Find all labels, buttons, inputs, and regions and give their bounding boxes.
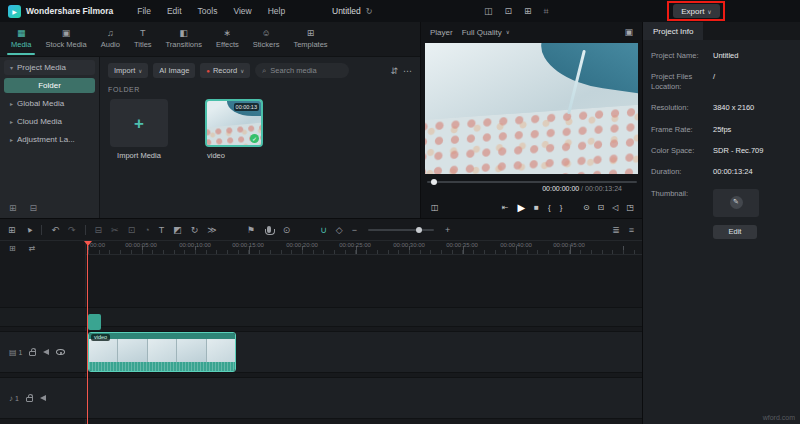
video-track-header: ▤ 1: [0, 332, 85, 372]
sidebar-item-folder[interactable]: Folder: [4, 78, 95, 93]
lock-track-icon[interactable]: [29, 351, 36, 356]
titles-icon: T: [140, 29, 146, 38]
track-options-icon[interactable]: ≣: [612, 225, 620, 235]
clip-head-tab[interactable]: [88, 314, 101, 330]
check-icon: ✓: [250, 134, 259, 143]
video-thumbnail[interactable]: 00:00:13 ✓: [205, 99, 263, 147]
menu-file[interactable]: File: [137, 6, 151, 16]
menu-view[interactable]: View: [233, 6, 251, 16]
manage-tracks-icon[interactable]: ⊞: [9, 244, 16, 253]
video-track-label: ▤ 1: [9, 348, 22, 357]
tab-effects[interactable]: ∗ Effects: [209, 22, 246, 56]
marker-icon[interactable]: ⚑: [247, 225, 255, 235]
sidebar-item-global-media[interactable]: ▸ Global Media: [4, 96, 95, 111]
import-tile-label: Import Media: [110, 151, 168, 160]
mute-track-icon[interactable]: [40, 395, 46, 401]
compare-icon[interactable]: ◫: [431, 203, 439, 212]
tab-audio[interactable]: ♫ Audio: [94, 22, 127, 56]
keyframe-icon[interactable]: ◇: [336, 225, 343, 235]
more-tools-icon[interactable]: ≫: [207, 225, 216, 235]
layout-icon[interactable]: ◫: [484, 6, 493, 16]
previous-frame-icon[interactable]: ⇤: [502, 203, 509, 212]
keyboard-icon[interactable]: ⌗: [544, 6, 549, 17]
transform-icon[interactable]: ↻: [191, 225, 199, 235]
zoom-slider-handle[interactable]: [416, 227, 422, 233]
lock-track-icon[interactable]: [26, 397, 33, 402]
mute-track-icon[interactable]: [43, 349, 49, 355]
timeline-toolbar: ⊞ ▲ ↶ ↷ ⊟ ✂ ⊡ ◔ T ◩ ↻ ≫ ⚑ ⊙ ∪ ◇ − +: [0, 219, 642, 241]
import-button[interactable]: Import ∨: [108, 63, 148, 78]
timeline-settings-icon[interactable]: ≡: [629, 225, 634, 235]
divider: [85, 225, 86, 235]
hide-track-icon[interactable]: [56, 349, 65, 355]
timeline-zoom-slider[interactable]: [368, 229, 434, 231]
stock-media-icon: ▣: [62, 29, 71, 38]
sidebar-item-cloud-media[interactable]: ▸ Cloud Media: [4, 114, 95, 129]
tab-templates[interactable]: ⊞ Templates: [286, 22, 334, 56]
volume-icon[interactable]: ◁: [612, 203, 618, 212]
zoom-out-icon[interactable]: −: [352, 225, 357, 235]
split-icon[interactable]: ✂: [111, 225, 119, 235]
more-options-icon[interactable]: ⋯: [403, 66, 412, 76]
menu-tools[interactable]: Tools: [198, 6, 218, 16]
tab-media[interactable]: ▦ Media: [4, 22, 38, 56]
link-tracks-icon[interactable]: ⇄: [29, 244, 36, 253]
zoom-in-icon[interactable]: +: [445, 225, 450, 235]
playhead[interactable]: [87, 241, 88, 424]
sidebar-item-adjustment-layer[interactable]: ▸ Adjustment La...: [4, 132, 95, 147]
record-button[interactable]: ● Record ∨: [200, 63, 250, 78]
tab-titles[interactable]: T Titles: [127, 22, 159, 56]
mark-out-icon[interactable]: }: [560, 203, 563, 212]
delete-icon[interactable]: ⊟: [95, 225, 103, 235]
tab-stock-media[interactable]: ▣ Stock Media: [38, 22, 93, 56]
snapshot-icon[interactable]: ⊙: [583, 203, 590, 212]
seek-handle[interactable]: [431, 179, 437, 185]
filter-icon[interactable]: ⇵: [390, 66, 398, 76]
total-time: / 00:00:13:24: [579, 185, 622, 192]
edit-thumbnail-icon[interactable]: ✎: [730, 196, 743, 209]
speed-icon[interactable]: ◔: [144, 225, 149, 235]
text-tool-icon[interactable]: T: [159, 225, 165, 235]
mark-in-icon[interactable]: {: [548, 203, 551, 212]
field-project-files-location: Project Files Location: /: [651, 72, 792, 91]
track-header-tools: ⊞ ⇄: [9, 244, 35, 253]
media-view-icon[interactable]: ⊞: [8, 225, 16, 235]
add-folder-icon[interactable]: ⊞: [9, 203, 17, 213]
capture-icon[interactable]: ⊡: [505, 6, 513, 16]
crop-icon[interactable]: ⊡: [598, 203, 605, 212]
undo-icon[interactable]: ↶: [51, 225, 59, 235]
tab-transitions[interactable]: ◧ Transitions: [159, 22, 209, 56]
tab-project-info[interactable]: Project Info: [643, 22, 703, 40]
chevron-down-icon: ∨: [707, 8, 711, 15]
project-status-icon[interactable]: ↻: [366, 7, 373, 16]
audio-track[interactable]: ♪ 1: [0, 377, 642, 419]
crop-tool-icon[interactable]: ⊡: [128, 225, 136, 235]
display-settings-icon[interactable]: ▣: [624, 27, 633, 37]
import-media-button[interactable]: +: [110, 99, 168, 147]
timeline-ruler[interactable]: 00:00 00:00:05:00 00:00:10:00 00:00:15:0…: [86, 241, 642, 255]
ai-image-button[interactable]: AI Image: [153, 63, 195, 78]
screen-record-icon[interactable]: ⊙: [283, 225, 291, 235]
menu-help[interactable]: Help: [268, 6, 285, 16]
sidebar-item-project-media[interactable]: ▾ Project Media: [4, 60, 95, 75]
export-button[interactable]: Export ∨: [673, 4, 720, 18]
menu-edit[interactable]: Edit: [167, 6, 182, 16]
timeline-video-clip[interactable]: video: [88, 332, 236, 372]
play-icon[interactable]: ▶: [517, 202, 525, 213]
color-tool-icon[interactable]: ◩: [173, 225, 182, 235]
redo-icon[interactable]: ↷: [68, 225, 76, 235]
fullscreen-icon[interactable]: ◳: [626, 203, 634, 212]
pointer-tool-icon[interactable]: ▲: [23, 224, 35, 236]
grid-icon[interactable]: ⊞: [524, 6, 532, 16]
quality-dropdown[interactable]: Full Quality ∨: [462, 28, 510, 37]
library-toolbar: Import ∨ AI Image ● Record ∨ ⌕ Search me…: [108, 63, 412, 78]
edit-button[interactable]: Edit: [713, 225, 757, 239]
tab-stickers[interactable]: ☺ Stickers: [246, 22, 287, 56]
stop-icon[interactable]: ■: [534, 203, 539, 212]
field-color-space: Color Space: SDR - Rec.709: [651, 146, 792, 155]
media-tabs: ▦ Media ▣ Stock Media ♫ Audio T Titles ◧…: [0, 22, 420, 56]
search-input[interactable]: ⌕ Search media: [255, 63, 349, 78]
remove-folder-icon[interactable]: ⊟: [30, 203, 38, 213]
voiceover-mic-icon[interactable]: [267, 226, 271, 233]
snap-icon[interactable]: ∪: [320, 225, 327, 235]
